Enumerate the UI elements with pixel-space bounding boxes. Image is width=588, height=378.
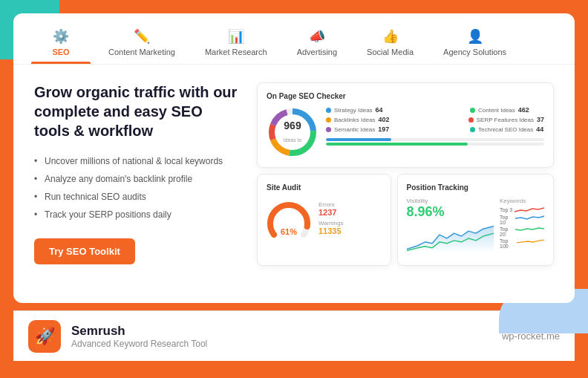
keyword-item-top3: Top 3 [500, 207, 544, 213]
donut-sub: Ideas to [284, 137, 302, 143]
position-title: Position Tracking [407, 183, 544, 192]
errors-label: Errors [318, 201, 382, 208]
gauge-percent: 61% [281, 227, 297, 236]
tab-social-media-label: Social Media [367, 48, 414, 56]
seo-checker-inner: 969 Ideas to Strategy Ideas 64 [267, 106, 544, 158]
market-research-tab-icon: 📊 [228, 28, 244, 45]
warnings-stat: Warnings 11335 [318, 220, 382, 235]
keyword-item-top10: Top 10 [500, 215, 544, 225]
semantic-value: 197 [378, 126, 389, 133]
left-content: Grow organic traffic with our complete a… [34, 82, 242, 266]
tab-seo-label: SEO [52, 48, 69, 56]
semantic-label: Semantic Ideas [334, 126, 375, 133]
serp-value: 37 [537, 116, 544, 123]
keyword-sparkline-4 [517, 238, 544, 244]
keyword-sparkline-1 [514, 207, 544, 213]
errors-stat: Errors 1237 [318, 201, 382, 217]
footer-bar: 🚀 Semrush Advanced Keyword Research Tool… [13, 310, 575, 361]
features-list: Uncover millions of national & local key… [34, 152, 242, 224]
position-tracking-card: Position Tracking Visibility 8.96% [397, 174, 554, 266]
keyword-top20-label: Top 20 [500, 227, 515, 237]
seo-bar-fill-1 [326, 138, 391, 141]
content-area: Grow organic traffic with our complete a… [13, 65, 575, 284]
nav-tabs: ⚙️ SEO ✏️ Content Marketing 📊 Market Res… [13, 13, 575, 65]
footer-app-name: Semrush [71, 324, 502, 339]
cta-button[interactable]: Try SEO Toolkit [34, 238, 135, 264]
seo-items: Strategy Ideas 64 Content Ideas 462 [326, 106, 544, 158]
seo-tab-icon: ⚙️ [53, 28, 69, 45]
audit-inner: 61% Errors 1237 Warnings 11335 [267, 198, 382, 242]
serp-dot [468, 117, 474, 123]
main-card: ⚙️ SEO ✏️ Content Marketing 📊 Market Res… [13, 13, 575, 303]
tab-seo[interactable]: ⚙️ SEO [31, 22, 91, 64]
outer-wrapper: ⚙️ SEO ✏️ Content Marketing 📊 Market Res… [0, 0, 588, 378]
serp-label: SERP Features Ideas [477, 117, 534, 123]
agency-tab-icon: 👤 [467, 28, 483, 45]
tab-social-media[interactable]: 👍 Social Media [355, 22, 425, 64]
footer-logo: 🚀 [28, 320, 61, 353]
seo-bar-1 [326, 138, 544, 141]
gauge-chart: 61% [267, 198, 311, 242]
content-label: Content Ideas [478, 107, 515, 114]
seo-bar-fill-2 [326, 143, 468, 146]
footer-description: Advanced Keyword Research Tool [71, 339, 502, 349]
seo-item-backlinks: Backlinks Ideas 402 [326, 116, 400, 123]
keyword-top10-label: Top 10 [500, 215, 515, 225]
keyword-top3-label: Top 3 [500, 207, 512, 213]
content-marketing-tab-icon: ✏️ [134, 28, 150, 45]
on-page-seo-title: On Page SEO Checker [267, 92, 544, 100]
main-heading: Grow organic traffic with our complete a… [34, 82, 242, 140]
backlinks-label: Backlinks Ideas [334, 117, 376, 123]
seo-item-technical: Technical SEO Ideas 44 [470, 126, 544, 133]
backlinks-value: 402 [379, 116, 390, 123]
warnings-value: 11335 [318, 227, 382, 235]
seo-row-3: Semantic Ideas 197 Technical SEO Ideas 4… [326, 126, 544, 133]
keywords-label: Keywords [500, 198, 544, 204]
keyword-item-top20: Top 20 [500, 227, 544, 237]
feature-item-1: Uncover millions of national & local key… [34, 152, 242, 170]
keyword-sparkline-2 [515, 215, 544, 221]
backlinks-dot [326, 117, 331, 123]
seo-bar-2 [326, 143, 544, 146]
position-chart [407, 220, 494, 253]
position-content: Visibility 8.96% [407, 198, 544, 256]
position-right: Keywords Top 3 Top 10 [500, 198, 544, 256]
seo-item-semantic: Semantic Ideas 197 [326, 126, 400, 133]
footer-text: Semrush Advanced Keyword Research Tool [71, 324, 502, 349]
tab-market-research-label: Market Research [205, 48, 267, 56]
tab-agency-solutions[interactable]: 👤 Agency Solutions [431, 22, 518, 64]
tab-content-marketing-label: Content Marketing [108, 48, 175, 56]
keyword-top100-label: Top 100 [500, 238, 517, 249]
semantic-dot [326, 127, 331, 132]
tab-advertising[interactable]: 📣 Advertising [285, 22, 349, 64]
keyword-item-top100: Top 100 [500, 238, 544, 249]
site-audit-title: Site Audit [267, 183, 382, 192]
feature-item-2: Analyze any domain's backlink profile [34, 170, 242, 188]
strategy-label: Strategy Ideas [334, 107, 373, 114]
strategy-dot [326, 108, 331, 113]
technical-value: 44 [536, 126, 543, 133]
content-value: 462 [518, 106, 529, 114]
social-media-tab-icon: 👍 [382, 28, 399, 45]
tab-agency-label: Agency Solutions [443, 48, 506, 56]
donut-center: 969 Ideas to [284, 120, 302, 145]
tab-market-research[interactable]: 📊 Market Research [193, 22, 279, 64]
feature-item-3: Run technical SEO audits [34, 188, 242, 206]
donut-chart: 969 Ideas to [267, 106, 318, 158]
seo-bars [326, 138, 544, 147]
strategy-value: 64 [376, 106, 383, 114]
position-left: Visibility 8.96% [407, 198, 494, 256]
content-dot [470, 108, 475, 113]
tab-content-marketing[interactable]: ✏️ Content Marketing [97, 22, 187, 64]
donut-number: 969 [284, 120, 302, 131]
seo-row-2: Backlinks Ideas 402 SERP Features Ideas … [326, 116, 544, 123]
visibility-label: Visibility [407, 198, 494, 204]
errors-value: 1237 [318, 208, 382, 217]
audit-stats: Errors 1237 Warnings 11335 [318, 201, 382, 238]
seo-item-content: Content Ideas 462 [470, 106, 544, 114]
bottom-cards: Site Audit 61% Erro [257, 174, 554, 266]
keywords-list: Top 3 Top 10 [500, 207, 544, 249]
site-audit-card: Site Audit 61% Erro [257, 174, 391, 266]
seo-item-serp: SERP Features Ideas 37 [468, 116, 544, 123]
technical-label: Technical SEO Ideas [478, 126, 533, 133]
